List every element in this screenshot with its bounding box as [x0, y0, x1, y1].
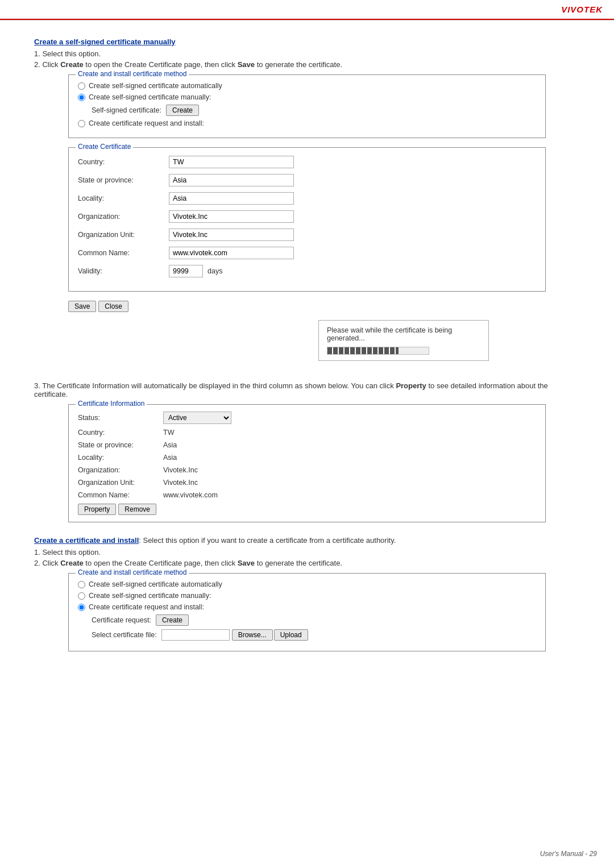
radio-option-request-2[interactable]: Create certificate request and install:: [78, 603, 536, 611]
cert-locality-input[interactable]: [169, 192, 294, 205]
cert-info-orgunit-row: Organization Unit: Vivotek.Inc: [78, 479, 536, 487]
step3-property-bold: Property: [396, 381, 426, 390]
cert-commonname-input[interactable]: [169, 247, 294, 259]
self-signed-row: Self-signed certificate: Create: [92, 105, 536, 116]
section2-title-row: Create a certificate and install: Select…: [34, 536, 580, 545]
cert-info-org-row: Organization: Vivotek.Inc: [78, 466, 536, 474]
cert-info-locality-value: Asia: [163, 454, 177, 462]
section2-step1: 1. Select this option.: [34, 548, 580, 556]
cert-commonname-row: Common Name:: [78, 247, 536, 259]
section2-desc: : Select this option if you want to crea…: [139, 536, 396, 545]
step3-text: 3. The Certificate Information will auto…: [34, 381, 580, 398]
cert-info-org-label: Organization:: [78, 466, 163, 474]
install-method-box-1: Create and install certificate method Cr…: [68, 74, 546, 138]
page-content: Create a self-signed certificate manuall…: [0, 20, 614, 678]
cert-locality-row: Locality:: [78, 192, 536, 205]
cert-state-input[interactable]: [169, 174, 294, 186]
cert-state-row: State or province:: [78, 174, 536, 186]
property-button[interactable]: Property: [78, 504, 116, 515]
radio-manual-1[interactable]: [78, 94, 85, 101]
radio-auto-label-1: Create self-signed certificate automatic…: [89, 82, 222, 90]
step1-item: 1. Select this option.: [34, 49, 580, 58]
cert-info-country-label: Country:: [78, 429, 163, 437]
install-method-legend-1: Create and install certificate method: [76, 70, 189, 78]
cert-info-locality-row: Locality: Asia: [78, 454, 536, 462]
cert-org-label: Organization:: [78, 213, 169, 221]
step2-item: 2. Click Create to open the Create Certi…: [34, 60, 580, 69]
cert-validity-label: Validity:: [78, 267, 169, 275]
radio-option-auto-1[interactable]: Create self-signed certificate automatic…: [78, 82, 536, 90]
create-cert-legend: Create Certificate: [76, 143, 133, 151]
create-btn-1[interactable]: Create: [166, 105, 199, 116]
upload-button[interactable]: Upload: [274, 629, 308, 641]
cert-info-locality-label: Locality:: [78, 454, 163, 462]
radio-request-1[interactable]: [78, 120, 85, 127]
section2-create-bold: Create: [60, 559, 83, 567]
cert-info-status-row: Status: Active Inactive: [78, 412, 536, 424]
self-signed-label: Self-signed certificate:: [92, 106, 161, 114]
cert-request-label: Certificate request:: [92, 616, 151, 624]
step2-save-bold: Save: [238, 60, 255, 69]
install-method-legend-2: Create and install certificate method: [76, 568, 189, 576]
section1-steps: 1. Select this option. 2. Click Create t…: [34, 49, 580, 69]
radio-manual-label-2: Create self-signed certificate manually:: [89, 592, 211, 600]
create-btn-2[interactable]: Create: [156, 614, 189, 626]
cert-request-row: Certificate request: Create: [92, 614, 536, 626]
radio-option-manual-1[interactable]: Create self-signed certificate manually:: [78, 93, 536, 101]
select-cert-label: Select certificate file:: [92, 631, 157, 639]
select-cert-input[interactable]: [161, 629, 230, 641]
cert-info-commonname-row: Common Name: www.vivotek.com: [78, 491, 536, 499]
cert-orgunit-input[interactable]: [169, 229, 294, 241]
save-button[interactable]: Save: [68, 301, 96, 312]
page-header: VIVOTEK: [0, 0, 614, 20]
progress-bar-fill: [327, 347, 399, 354]
remove-button[interactable]: Remove: [118, 504, 156, 515]
cert-info-org-value: Vivotek.Inc: [163, 466, 198, 474]
radio-option-request-1[interactable]: Create certificate request and install:: [78, 119, 536, 127]
section1-title: Create a self-signed certificate manuall…: [34, 38, 580, 46]
progress-box: Please wait while the certificate is bei…: [318, 320, 489, 361]
radio-option-auto-2[interactable]: Create self-signed certificate automatic…: [78, 580, 536, 588]
step2-create-bold: Create: [60, 60, 83, 69]
cert-info-orgunit-label: Organization Unit:: [78, 479, 163, 487]
close-button[interactable]: Close: [98, 301, 128, 312]
install-method-box-2: Create and install certificate method Cr…: [68, 573, 546, 651]
select-cert-row: Select certificate file: Browse... Uploa…: [92, 629, 536, 641]
cert-state-label: State or province:: [78, 176, 169, 184]
radio-auto-2[interactable]: [78, 581, 85, 588]
radio-request-label-1: Create certificate request and install:: [89, 119, 204, 127]
section1-heading: Create a self-signed certificate manuall…: [34, 38, 176, 46]
cert-org-input[interactable]: [169, 210, 294, 223]
cert-locality-label: Locality:: [78, 194, 169, 202]
progress-message: Please wait while the certificate is bei…: [327, 326, 452, 342]
brand-logo: VIVOTEK: [561, 5, 603, 14]
cert-info-legend: Certificate Information: [76, 400, 147, 408]
create-cert-box: Create Certificate Country: State or pro…: [68, 147, 546, 292]
cert-info-country-row: Country: TW: [78, 429, 536, 437]
progress-bar-container: [327, 347, 429, 355]
radio-request-2[interactable]: [78, 604, 85, 611]
cert-info-box: Certificate Information Status: Active I…: [68, 404, 546, 522]
radio-option-manual-2[interactable]: Create self-signed certificate manually:: [78, 592, 536, 600]
browse-button[interactable]: Browse...: [232, 629, 273, 641]
cert-orgunit-label: Organization Unit:: [78, 231, 169, 239]
cert-validity-input[interactable]: [169, 265, 203, 277]
cert-validity-row: Validity: days: [78, 265, 536, 277]
cert-org-row: Organization:: [78, 210, 536, 223]
footer-text: User's Manual - 29: [540, 850, 597, 858]
cert-info-state-label: State or province:: [78, 441, 163, 449]
radio-manual-2[interactable]: [78, 592, 85, 600]
radio-request-label-2: Create certificate request and install:: [89, 603, 204, 611]
radio-auto-label-2: Create self-signed certificate automatic…: [89, 580, 222, 588]
section2-heading: Create a certificate and install: [34, 536, 139, 545]
cert-info-orgunit-value: Vivotek.Inc: [163, 479, 198, 487]
cert-commonname-label: Common Name:: [78, 249, 169, 257]
section2: Create a certificate and install: Select…: [34, 536, 580, 651]
radio-manual-label-1: Create self-signed certificate manually:: [89, 93, 211, 101]
cert-status-select[interactable]: Active Inactive: [163, 412, 231, 424]
cert-info-commonname-label: Common Name:: [78, 491, 163, 499]
cert-orgunit-row: Organization Unit:: [78, 229, 536, 241]
save-close-row: Save Close: [68, 301, 546, 312]
cert-country-input[interactable]: [169, 156, 294, 168]
radio-auto-1[interactable]: [78, 82, 85, 90]
